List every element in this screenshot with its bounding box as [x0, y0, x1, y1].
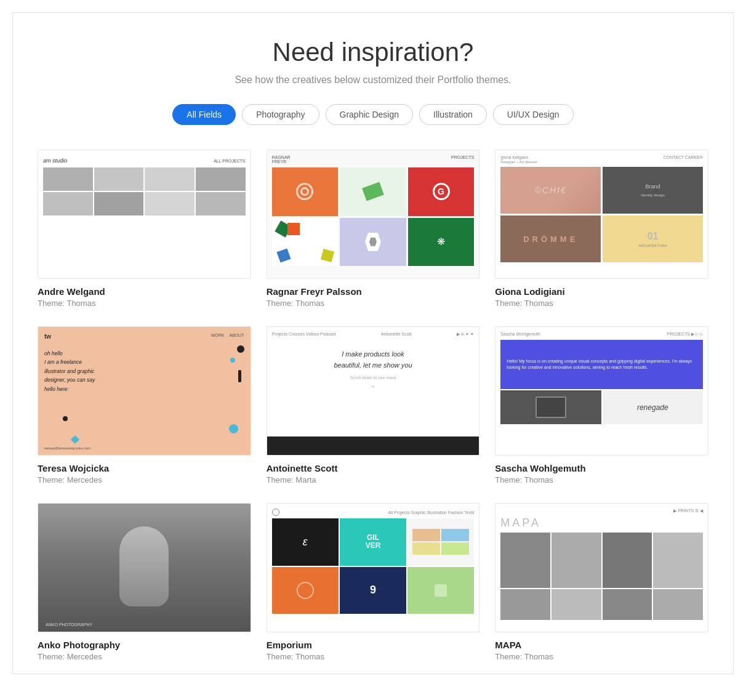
emporium-cell-1: ε: [272, 518, 339, 566]
ragnar-cell-1: [272, 167, 339, 216]
portfolio-card: Sascha Wohlgemuth PROJECTS ▶ ▷ ▷ Hello! …: [495, 326, 708, 485]
photo-cell: [43, 192, 93, 215]
card-title-giona: Giona Lodigiani: [495, 286, 708, 297]
emporium-header: All Projects Graphic Illustration Fashio…: [272, 509, 475, 516]
mapa-logo: MAPA: [500, 517, 703, 529]
giona-grid: ©CHI€ Brand Identity design DRÖMME 01: [500, 167, 703, 262]
emporium-logo-icon: [272, 509, 279, 516]
card-preview-andre[interactable]: am studio ALL PROJECTS: [38, 150, 251, 279]
giona-name: giona lodigianiDesigner + Art director: [500, 155, 537, 164]
deco-shape: [63, 416, 68, 421]
giona-header: giona lodigianiDesigner + Art director C…: [500, 155, 703, 164]
card-title-antoinette: Antoinette Scott: [267, 463, 480, 473]
card-theme-teresa: Theme: Mercedes: [38, 475, 251, 485]
ragnar-cell-6: ❋: [408, 218, 475, 267]
card-preview-giona[interactable]: giona lodigianiDesigner + Art director C…: [495, 150, 708, 279]
emporium-cell-5: 9: [340, 567, 406, 614]
tw-text: oh helloI am a freelanceillustrator and …: [44, 349, 244, 393]
sascha-renegade-img: renegade: [603, 390, 703, 424]
card-preview-emporium[interactable]: All Projects Graphic Illustration Fashio…: [267, 503, 480, 632]
hero-title: Need inspiration?: [38, 38, 708, 67]
portfolio-card: All Projects Graphic Illustration Fashio…: [267, 503, 480, 661]
card-preview-anko[interactable]: ANKO PHOTOGRAPHY: [38, 503, 251, 632]
filter-all[interactable]: All Fields: [172, 104, 236, 125]
card-theme-andre: Theme: Thomas: [38, 299, 251, 308]
ragnar-name: RAGNARFREYR: [272, 155, 291, 164]
mapa-photo-2: [551, 533, 601, 588]
giona-cell-1: ©CHI€: [500, 167, 601, 214]
portfolio-card: RAGNARFREYR PROJECTS G: [267, 150, 480, 308]
portfolio-card: giona lodigianiDesigner + Art director C…: [495, 150, 708, 308]
mapa-nav: ▶ PRINTS ☰ ◀: [673, 509, 703, 513]
emporium-nav: All Projects Graphic Illustration Fashio…: [388, 510, 474, 515]
sascha-header: Sascha Wohlgemuth PROJECTS ▶ ▷ ▷: [500, 332, 703, 337]
filter-graphic-design[interactable]: Graphic Design: [326, 104, 414, 125]
tw-nav: WORKABOUT: [211, 333, 244, 337]
portfolio-card: Projects Courses Videos Podcast Antoinet…: [267, 326, 480, 485]
emporium-cell-2: GILVER: [340, 518, 406, 566]
ragnar-cell-4: [272, 218, 339, 267]
card-title-mapa: MAPA: [495, 640, 708, 650]
card-preview-mapa[interactable]: ▶ PRINTS ☰ ◀ MAPA: [495, 503, 708, 632]
emporium-grid: ε GILVER 9: [272, 518, 475, 614]
sascha-blue-box: Hello! My focus is on creating unique vi…: [500, 340, 703, 389]
card-preview-ragnar[interactable]: RAGNARFREYR PROJECTS G: [267, 150, 480, 279]
card-theme-antoinette: Theme: Marta: [267, 475, 480, 485]
deco-shape: [230, 358, 235, 363]
card-theme-giona: Theme: Thomas: [495, 299, 708, 308]
sascha-nav: PROJECTS ▶ ▷ ▷: [667, 332, 703, 337]
mapa-photo-4: [653, 533, 703, 588]
card-preview-antoinette[interactable]: Projects Courses Videos Podcast Antoinet…: [267, 326, 480, 456]
anko-bg: [38, 504, 251, 632]
card-theme-emporium: Theme: Thomas: [267, 652, 480, 661]
photo-cell: [145, 192, 195, 215]
card-preview-teresa[interactable]: tw WORKABOUT oh helloI am a freelanceill…: [38, 326, 251, 456]
antoinette-bottom: [267, 436, 479, 455]
deco-shape: [71, 435, 79, 444]
antoinette-name: Antoinette Scott: [381, 332, 411, 337]
filter-photography[interactable]: Photography: [242, 104, 319, 125]
emporium-cell-6: [407, 567, 474, 614]
photo-cell: [94, 192, 144, 215]
ragnar-header: RAGNARFREYR PROJECTS: [272, 155, 475, 164]
mapa-photo-strip: [500, 533, 703, 588]
photo-cell: [43, 167, 93, 191]
filter-tabs: All Fields Photography Graphic Design Il…: [38, 104, 708, 125]
ragnar-cell-3: G: [408, 167, 475, 216]
card-title-anko: Anko Photography: [38, 640, 251, 650]
card-title-ragnar: Ragnar Freyr Palsson: [267, 286, 480, 297]
giona-cell-2: Brand Identity design: [603, 167, 703, 214]
antoinette-header: Projects Courses Videos Podcast Antoinet…: [272, 332, 475, 337]
filter-illustration[interactable]: Illustration: [419, 104, 487, 125]
am-studio-grid: [43, 167, 246, 215]
ragnar-nav: PROJECTS: [451, 155, 474, 164]
photo-cell: [94, 167, 144, 191]
hero-section: Need inspiration? See how the creatives …: [38, 38, 708, 125]
portfolio-card: tw WORKABOUT oh helloI am a freelanceill…: [38, 326, 251, 485]
mapa-photo-3: [603, 533, 652, 588]
ragnar-cell-5: [340, 218, 406, 267]
giona-cell-4: 01 ARCHITEKTURA: [603, 215, 703, 262]
photo-cell: [145, 167, 195, 191]
ragnar-grid: G ❋: [272, 167, 475, 266]
card-preview-sascha[interactable]: Sascha Wohlgemuth PROJECTS ▶ ▷ ▷ Hello! …: [495, 326, 708, 456]
am-studio-header: am studio ALL PROJECTS: [43, 155, 246, 167]
card-theme-anko: Theme: Mercedes: [38, 652, 251, 661]
anko-footer-label: ANKO PHOTOGRAPHY: [46, 622, 92, 627]
am-studio-nav: ALL PROJECTS: [214, 159, 245, 163]
card-title-teresa: Teresa Wojcicka: [38, 463, 251, 473]
mapa-bottom-2: [551, 589, 601, 620]
ragnar-cell-2: [340, 167, 406, 216]
tw-email: teresa@teresawojcicka.com: [44, 446, 90, 450]
portfolio-grid: am studio ALL PROJECTS Andre Welgand The…: [38, 150, 708, 661]
mapa-photo-1: [500, 533, 550, 588]
deco-shape: [237, 345, 244, 353]
mapa-bottom-3: [603, 589, 652, 620]
mapa-bottom-4: [653, 589, 703, 620]
sascha-name-header: Sascha Wohlgemuth: [500, 332, 540, 337]
mapa-bottom-1: [500, 589, 550, 620]
card-theme-mapa: Theme: Thomas: [495, 652, 708, 661]
hero-subtitle: See how the creatives below customized t…: [38, 74, 708, 86]
filter-ui-ux[interactable]: UI/UX Design: [493, 104, 574, 125]
portfolio-card: am studio ALL PROJECTS Andre Welgand The…: [38, 150, 251, 308]
